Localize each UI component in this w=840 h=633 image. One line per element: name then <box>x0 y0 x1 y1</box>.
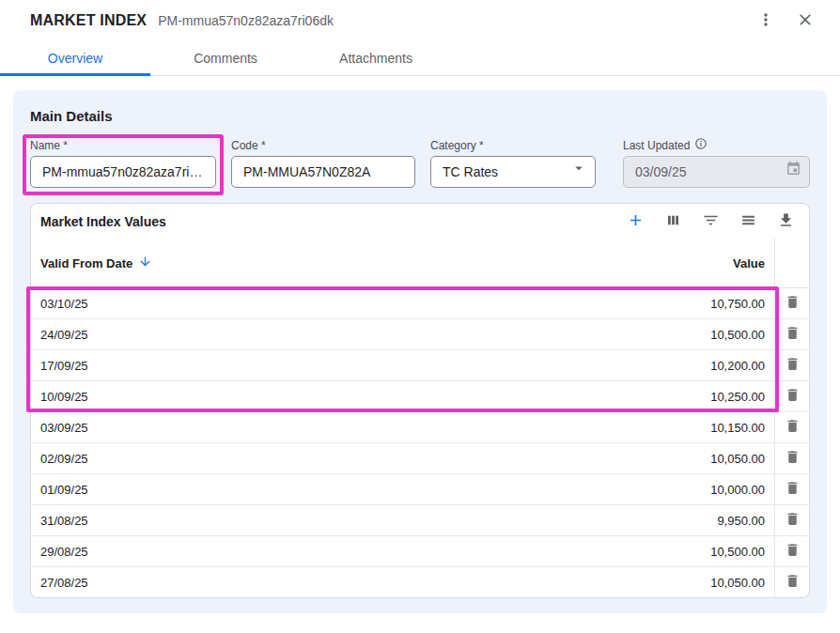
table-row: 31/08/25 9,950.00 <box>31 505 809 536</box>
trash-icon <box>785 480 801 499</box>
category-field-group: Category * TC Rates <box>430 138 596 188</box>
code-input[interactable]: PM-MMUA57N0Z82A <box>231 156 415 188</box>
trash-icon <box>785 511 801 530</box>
table-row: 17/09/25 10,200.00 <box>31 350 809 381</box>
close-icon <box>796 10 815 32</box>
trash-icon <box>785 449 801 468</box>
table-row: 10/09/25 10,250.00 <box>31 381 809 412</box>
delete-row-button[interactable] <box>783 292 802 315</box>
category-label: Category * <box>430 138 596 152</box>
download-icon <box>777 211 795 232</box>
value-cell[interactable]: 10,150.00 <box>614 421 774 435</box>
columns-icon <box>664 211 682 232</box>
tab-comments-label: Comments <box>194 51 257 66</box>
sort-desc-icon <box>138 255 152 271</box>
code-label: Code * <box>231 138 415 152</box>
date-cell[interactable]: 03/09/25 <box>31 421 614 435</box>
page-title: MARKET INDEX <box>30 12 147 29</box>
table-toolbar <box>625 211 796 232</box>
name-input[interactable]: PM-mmua57n0z82aza7ri06dk <box>30 156 216 188</box>
name-field-group: Name * PM-mmua57n0z82aza7ri06dk <box>30 138 216 188</box>
last-updated-field-group: Last Updated 03/09/25 <box>623 138 810 188</box>
tab-attachments[interactable]: Attachments <box>301 41 451 75</box>
code-field-group: Code * PM-MMUA57N0Z82A <box>231 138 415 188</box>
value-cell[interactable]: 10,000.00 <box>614 483 774 497</box>
delete-row-button[interactable] <box>783 416 802 439</box>
market-index-values-card: Market Index Values <box>30 203 810 598</box>
value-cell[interactable]: 10,750.00 <box>614 297 774 311</box>
table-header-bar: Market Index Values <box>31 204 809 239</box>
date-cell[interactable]: 02/09/25 <box>31 452 614 466</box>
date-cell[interactable]: 17/09/25 <box>31 359 614 373</box>
columns-button[interactable] <box>662 211 683 232</box>
more-options-button[interactable] <box>754 8 778 33</box>
density-button[interactable] <box>738 211 758 232</box>
value-cell[interactable]: 10,050.00 <box>614 576 774 590</box>
trash-icon <box>785 418 801 437</box>
table-row: 01/09/25 10,000.00 <box>31 474 809 505</box>
delete-row-button[interactable] <box>783 478 802 501</box>
table-row: 03/10/25 10,750.00 <box>31 288 809 319</box>
tab-overview[interactable]: Overview <box>0 41 150 75</box>
close-button[interactable] <box>793 8 817 33</box>
record-id: PM-mmua57n0z82aza7ri06dk <box>158 13 334 28</box>
date-cell[interactable]: 29/08/25 <box>31 545 614 559</box>
delete-row-button[interactable] <box>783 509 802 532</box>
category-select[interactable]: TC Rates <box>430 156 596 188</box>
last-updated-value: 03/09/25 <box>635 157 687 187</box>
date-cell[interactable]: 31/08/25 <box>31 514 614 528</box>
trash-icon <box>785 294 801 313</box>
add-row-button[interactable] <box>625 211 646 232</box>
delete-row-button[interactable] <box>783 385 802 408</box>
value-cell[interactable]: 10,050.00 <box>614 452 774 466</box>
info-icon[interactable] <box>694 137 708 153</box>
last-updated-label: Last Updated <box>623 138 810 152</box>
value-cell[interactable]: 10,500.00 <box>614 328 774 342</box>
date-cell[interactable]: 01/09/25 <box>31 483 614 497</box>
date-cell[interactable]: 24/09/25 <box>31 328 614 342</box>
trash-icon <box>785 356 801 375</box>
chevron-down-icon <box>570 157 587 187</box>
section-title: Main Details <box>30 108 810 124</box>
table-column-headers: Valid From Date Value <box>31 239 809 288</box>
column-header-value[interactable]: Value <box>614 256 774 270</box>
value-cell[interactable]: 10,500.00 <box>614 545 774 559</box>
table-rows: 03/10/25 10,750.00 24/09/25 10,500.00 17… <box>31 288 809 597</box>
table-row: 03/09/25 10,150.00 <box>31 412 809 443</box>
date-cell[interactable]: 03/10/25 <box>31 297 614 311</box>
value-cell[interactable]: 10,250.00 <box>614 390 774 404</box>
value-cell[interactable]: 10,200.00 <box>614 359 774 373</box>
tab-overview-label: Overview <box>48 51 102 66</box>
category-value: TC Rates <box>443 157 498 187</box>
density-icon <box>739 211 757 232</box>
table-row: 02/09/25 10,050.00 <box>31 443 809 474</box>
kebab-menu-icon <box>756 10 775 32</box>
valid-from-date-header-label: Valid From Date <box>40 256 132 270</box>
delete-row-button[interactable] <box>783 571 802 594</box>
date-cell[interactable]: 27/08/25 <box>31 576 614 590</box>
name-label: Name * <box>30 138 216 152</box>
last-updated-label-text: Last Updated <box>623 139 690 152</box>
tab-bar: Overview Comments Attachments <box>0 41 840 76</box>
delete-row-button[interactable] <box>783 354 802 377</box>
last-updated-input: 03/09/25 <box>623 156 810 188</box>
table-row: 29/08/25 10,500.00 <box>31 536 809 567</box>
value-cell[interactable]: 9,950.00 <box>614 514 774 528</box>
delete-row-button[interactable] <box>783 323 802 346</box>
overview-panel: Main Details Name * PM-mmua57n0z82aza7ri… <box>13 90 827 613</box>
delete-row-button[interactable] <box>783 540 802 563</box>
download-button[interactable] <box>775 211 796 232</box>
trash-icon <box>785 542 801 561</box>
column-header-actions <box>774 239 809 287</box>
table-row: 27/08/25 10,050.00 <box>31 567 809 597</box>
tab-comments[interactable]: Comments <box>150 41 301 75</box>
date-cell[interactable]: 10/09/25 <box>31 390 614 404</box>
filter-button[interactable] <box>700 211 721 232</box>
column-header-valid-from-date[interactable]: Valid From Date <box>31 255 614 271</box>
trash-icon <box>785 325 801 344</box>
active-tab-indicator <box>0 73 150 76</box>
trash-icon <box>785 573 801 592</box>
delete-row-button[interactable] <box>783 447 802 470</box>
main-details-form: Name * PM-mmua57n0z82aza7ri06dk Code * P… <box>30 138 810 188</box>
add-icon <box>627 211 645 232</box>
